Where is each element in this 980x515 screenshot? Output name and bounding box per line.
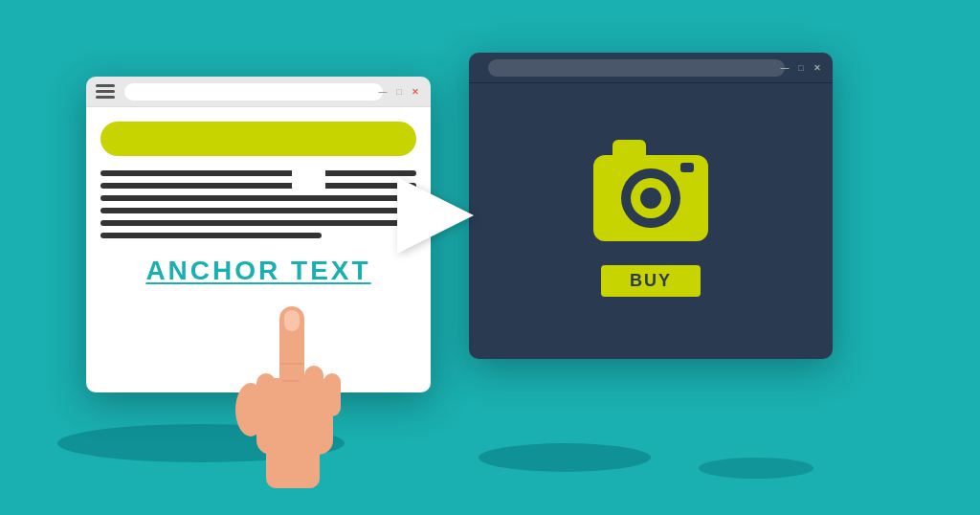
pointing-hand xyxy=(220,297,373,488)
svg-rect-3 xyxy=(304,366,323,414)
anchor-text-label[interactable]: ANCHOR TEXT xyxy=(145,256,370,286)
svg-rect-4 xyxy=(323,373,341,416)
svg-rect-7 xyxy=(266,445,320,488)
source-address-bar xyxy=(124,83,383,101)
close-icon: ✕ xyxy=(410,86,421,98)
source-browser-titlebar: — □ ✕ xyxy=(86,77,431,107)
hand-svg xyxy=(220,297,373,488)
content-line-5 xyxy=(100,220,416,226)
content-line-3 xyxy=(100,195,416,201)
destination-address-bar xyxy=(488,59,785,77)
destination-window-controls: — □ ✕ xyxy=(779,62,823,74)
buy-button[interactable]: BUY xyxy=(601,265,701,297)
content-line-6 xyxy=(100,233,322,238)
minimize-icon: — xyxy=(377,86,389,98)
destination-browser-titlebar: — □ ✕ xyxy=(469,53,833,83)
maximize-icon: □ xyxy=(393,86,405,98)
camera-lens-outer xyxy=(621,168,680,228)
destination-browser-content: BUY xyxy=(469,83,833,359)
arrow-head xyxy=(397,177,474,254)
arrow-shaft xyxy=(292,160,325,194)
camera-body xyxy=(593,155,708,241)
content-lines-group xyxy=(100,170,416,238)
camera-icon xyxy=(589,146,713,251)
anchor-text-container: ANCHOR TEXT xyxy=(100,256,416,286)
hamburger-line-1 xyxy=(96,84,115,87)
maximize-icon: □ xyxy=(795,62,807,74)
hamburger-menu-icon xyxy=(96,84,115,99)
hamburger-line-3 xyxy=(96,96,115,99)
content-line-2 xyxy=(100,183,416,189)
camera-bump xyxy=(612,140,646,159)
svg-rect-8 xyxy=(284,310,300,331)
content-line-4 xyxy=(100,208,416,213)
yellow-highlight-bar xyxy=(100,122,416,156)
camera-lens-inner xyxy=(631,178,671,218)
arrow-indicator xyxy=(373,177,498,254)
camera-flash xyxy=(680,163,694,172)
hamburger-line-2 xyxy=(96,90,115,93)
source-window-controls: — □ ✕ xyxy=(377,86,421,98)
svg-point-6 xyxy=(235,383,266,437)
content-line-1 xyxy=(100,170,416,176)
shadow-blob-2 xyxy=(479,443,651,472)
destination-browser-window: — □ ✕ BUY xyxy=(469,53,833,359)
camera-lens-center xyxy=(640,188,661,209)
shadow-blob-3 xyxy=(699,458,813,479)
close-icon: ✕ xyxy=(812,62,823,74)
minimize-icon: — xyxy=(779,62,791,74)
